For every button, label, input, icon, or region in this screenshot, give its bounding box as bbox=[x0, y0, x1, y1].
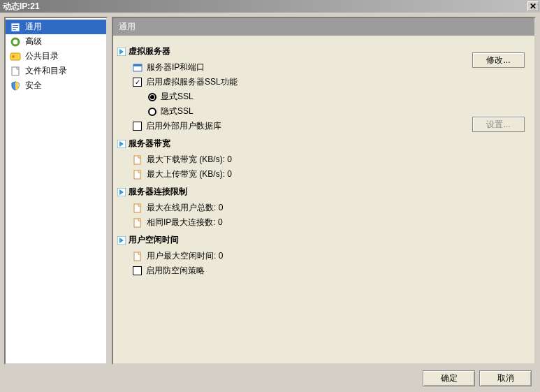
window-icon bbox=[133, 63, 143, 73]
dialog-button-bar: 确定 取消 bbox=[4, 369, 536, 388]
sidebar-item-files-dirs[interactable]: 文件和目录 bbox=[6, 64, 106, 78]
section-bandwidth: 服务器带宽 bbox=[117, 138, 530, 150]
sidebar-item-label: 通用 bbox=[25, 21, 42, 33]
row-max-download[interactable]: 最大下载带宽 (KB/s): 0 bbox=[117, 152, 530, 167]
svg-rect-16 bbox=[134, 170, 140, 179]
row-enable-ext-db[interactable]: 启用外部用户数据库 bbox=[117, 119, 530, 133]
page-icon bbox=[133, 218, 143, 228]
svg-point-7 bbox=[12, 55, 15, 58]
shield-icon bbox=[10, 80, 21, 92]
section-title: 服务器连接限制 bbox=[129, 186, 187, 198]
page-icon bbox=[133, 170, 143, 180]
row-same-ip[interactable]: 相同IP最大连接数: 0 bbox=[117, 215, 530, 230]
arrow-right-icon bbox=[117, 140, 126, 148]
row-server-ip-port[interactable]: 服务器IP和端口 bbox=[117, 60, 530, 75]
close-button[interactable]: ✕ bbox=[527, 1, 539, 11]
row-implicit-ssl[interactable]: 隐式SSL bbox=[117, 104, 530, 119]
dialog-body: 通用 高级 公共目录 文件和目录 bbox=[0, 13, 540, 392]
window-title: 动态IP:21 bbox=[3, 1, 40, 13]
arrow-right-icon bbox=[117, 188, 126, 196]
row-max-online[interactable]: 最大在线用户总数: 0 bbox=[117, 201, 530, 215]
page-icon bbox=[133, 203, 143, 213]
sidebar-item-advanced[interactable]: 高级 bbox=[6, 34, 106, 49]
page-icon bbox=[133, 252, 143, 261]
sidebar-item-security[interactable]: 安全 bbox=[6, 78, 106, 93]
key-icon bbox=[10, 51, 21, 62]
svg-rect-19 bbox=[134, 204, 140, 212]
content-body: 虚拟服务器 修改... 服务器IP和端口 ✓ 启用虚拟服务器SSL功能 显式SS… bbox=[113, 36, 534, 363]
row-label: 启用虚拟服务器SSL功能 bbox=[146, 76, 238, 88]
modify-button[interactable]: 修改... bbox=[472, 52, 525, 68]
sidebar-item-general[interactable]: 通用 bbox=[6, 20, 106, 34]
row-label: 服务器IP和端口 bbox=[147, 61, 205, 73]
cancel-button[interactable]: 取消 bbox=[479, 370, 532, 386]
row-label: 隐式SSL bbox=[161, 106, 194, 117]
svg-rect-15 bbox=[134, 156, 140, 164]
row-label: 最大在线用户总数: 0 bbox=[147, 202, 223, 214]
arrow-right-icon bbox=[117, 236, 126, 245]
svg-rect-3 bbox=[13, 29, 16, 30]
section-title: 虚拟服务器 bbox=[129, 45, 170, 57]
sidebar-item-label: 高级 bbox=[25, 36, 42, 48]
sidebar-item-public-dir[interactable]: 公共目录 bbox=[6, 49, 106, 64]
row-max-upload[interactable]: 最大上传带宽 (KB/s): 0 bbox=[117, 167, 530, 182]
close-icon: ✕ bbox=[530, 1, 537, 11]
row-enable-anti-idle[interactable]: 启用防空闲策略 bbox=[117, 263, 530, 278]
sidebar-item-label: 安全 bbox=[25, 80, 42, 92]
row-enable-ssl[interactable]: ✓ 启用虚拟服务器SSL功能 bbox=[117, 75, 530, 89]
section-connection-limit: 服务器连接限制 bbox=[117, 186, 530, 198]
main-area: 通用 高级 公共目录 文件和目录 bbox=[4, 17, 536, 365]
file-icon bbox=[10, 66, 21, 77]
row-label: 最大下载带宽 (KB/s): 0 bbox=[147, 154, 232, 166]
svg-point-5 bbox=[14, 41, 17, 43]
radio-icon[interactable] bbox=[148, 108, 156, 116]
row-max-idle[interactable]: 用户最大空闲时间: 0 bbox=[117, 249, 530, 263]
row-label: 最大上传带宽 (KB/s): 0 bbox=[147, 168, 232, 180]
content-heading: 通用 bbox=[113, 18, 534, 36]
svg-rect-23 bbox=[134, 252, 140, 261]
ok-button[interactable]: 确定 bbox=[423, 370, 475, 386]
radio-selected-icon[interactable] bbox=[148, 93, 156, 101]
content-panel: 通用 虚拟服务器 修改... 服务器IP和端口 ✓ bbox=[112, 17, 536, 365]
svg-rect-2 bbox=[13, 27, 18, 28]
section-virtual-server: 虚拟服务器 bbox=[117, 45, 530, 57]
section-title: 服务器带宽 bbox=[129, 138, 170, 150]
gear-icon bbox=[10, 36, 21, 48]
sidebar-item-label: 公共目录 bbox=[25, 50, 59, 62]
title-bar: 动态IP:21 ✕ bbox=[0, 0, 540, 13]
sidebar-item-label: 文件和目录 bbox=[25, 65, 67, 77]
svg-rect-12 bbox=[133, 64, 142, 66]
checkbox-icon[interactable] bbox=[133, 266, 142, 275]
row-label: 用户最大空闲时间: 0 bbox=[147, 250, 223, 262]
section-title: 用户空闲时间 bbox=[129, 234, 179, 246]
settings-button: 设置... bbox=[472, 117, 525, 132]
page-icon bbox=[133, 155, 143, 165]
row-label: 显式SSL bbox=[161, 91, 194, 103]
document-icon bbox=[10, 22, 21, 33]
row-explicit-ssl[interactable]: 显式SSL bbox=[117, 89, 530, 104]
row-label: 启用外部用户数据库 bbox=[146, 120, 221, 132]
row-label: 启用防空闲策略 bbox=[146, 265, 205, 277]
svg-rect-1 bbox=[13, 25, 18, 26]
section-idle: 用户空闲时间 bbox=[117, 234, 530, 246]
svg-rect-20 bbox=[134, 219, 140, 227]
svg-rect-8 bbox=[12, 67, 19, 75]
checkbox-icon[interactable] bbox=[133, 122, 142, 131]
arrow-right-icon bbox=[117, 48, 126, 56]
row-label: 相同IP最大连接数: 0 bbox=[147, 217, 223, 228]
sidebar: 通用 高级 公共目录 文件和目录 bbox=[4, 17, 108, 365]
checkbox-checked-icon[interactable]: ✓ bbox=[133, 78, 142, 87]
